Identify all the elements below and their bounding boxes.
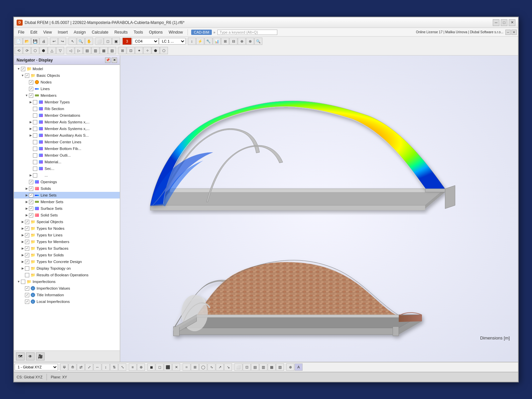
menu-insert[interactable]: Insert	[55, 29, 70, 35]
tb2-5[interactable]: △	[48, 47, 56, 54]
tree-item-special[interactable]: 📁 Special Objects	[14, 218, 120, 225]
cb-imperfections[interactable]	[21, 280, 25, 284]
menu-calculate[interactable]: Calculate	[89, 29, 111, 35]
tb2-3[interactable]: ⬡	[31, 47, 39, 54]
tree-item-title-information[interactable]: i Title Information	[14, 292, 120, 298]
search-box[interactable]: Type a keyword (Alt+Q)	[217, 30, 277, 35]
nav-btn-scene[interactable]: 🗺	[16, 352, 25, 360]
cb-member-sets[interactable]	[29, 200, 33, 204]
tree-item-display-topology[interactable]: 📁 Display Topology on	[14, 265, 120, 272]
tb-zoom[interactable]: 🔍	[77, 38, 85, 45]
cb-more[interactable]	[33, 173, 37, 178]
cb-display-topology[interactable]	[25, 266, 29, 271]
nav-btn-camera[interactable]: 🎥	[36, 352, 45, 360]
btb-25[interactable]: ▦	[268, 363, 276, 371]
tb2-13[interactable]: ⊞	[118, 47, 126, 54]
viewport[interactable]: Dimensions [m]	[120, 56, 518, 362]
tb2-16[interactable]: ✧	[143, 47, 151, 54]
expand-types-surfaces[interactable]	[21, 246, 25, 250]
tree-item-solid-sets[interactable]: Solid Sets	[14, 212, 120, 218]
btb-3[interactable]: ⇄	[77, 363, 85, 371]
expand-display-topology[interactable]	[21, 266, 25, 270]
tb2-11[interactable]: ▦	[100, 47, 108, 54]
tree-item-rib-section[interactable]: Rib Section	[14, 105, 120, 112]
tree-item-results-boolean[interactable]: 📁 Results of Boolean Operations	[14, 272, 120, 278]
btb-11[interactable]: ◼	[147, 363, 155, 371]
expand-member-axis2[interactable]	[29, 127, 33, 131]
cb-rib[interactable]	[33, 107, 37, 111]
tb-view2[interactable]: ◻	[104, 38, 112, 45]
tb-view3[interactable]: ▣	[112, 38, 120, 45]
tb-view1[interactable]: ⬜	[95, 38, 103, 45]
btb-4[interactable]: ⤢	[85, 363, 93, 371]
btb-7[interactable]: ⇅	[110, 363, 118, 371]
tree-item-openings[interactable]: Openings	[14, 179, 120, 185]
nav-btn-eye[interactable]: 👁	[26, 352, 35, 360]
tree-item-solids[interactable]: Solids	[14, 185, 120, 192]
expand-types-concrete[interactable]	[21, 260, 25, 264]
cb-local-imp[interactable]	[25, 300, 29, 304]
cb-imperfection-values[interactable]	[25, 286, 29, 291]
expand-member-aux[interactable]	[29, 133, 33, 137]
tb2-1[interactable]: ⟲	[15, 47, 23, 54]
tb-more-1[interactable]: ↕	[188, 38, 196, 45]
tb2-8[interactable]: ▷	[75, 47, 83, 54]
tb-lc-color[interactable]: 3	[122, 38, 132, 45]
tb-more-2[interactable]: ⚡	[196, 38, 204, 45]
menu-view[interactable]: View	[41, 29, 55, 35]
tb-co4-select[interactable]: CO4	[132, 38, 159, 45]
maximize-button[interactable]: □	[501, 19, 507, 26]
tree-item-members[interactable]: Members	[14, 92, 120, 99]
tb2-14[interactable]: ⊡	[127, 47, 135, 54]
expand-types-solids[interactable]	[21, 253, 25, 257]
tb-print[interactable]: 🖨	[40, 38, 48, 45]
btb-26[interactable]: ▧	[276, 363, 284, 371]
tree-item-nodes[interactable]: Nodes	[14, 79, 120, 85]
cb-member-axis2[interactable]	[33, 127, 37, 131]
tree-item-basic-objects[interactable]: 📁 Basic Objects	[14, 72, 120, 79]
btb-27[interactable]: ⊕	[286, 363, 294, 371]
tb2-10[interactable]: ▥	[91, 47, 99, 54]
btb-28[interactable]: A	[295, 363, 303, 371]
tree-item-surface-sets[interactable]: Surface Sets	[14, 205, 120, 212]
menu-file[interactable]: File	[15, 29, 27, 35]
menu-results[interactable]: Results	[112, 29, 130, 35]
btb-8[interactable]: ⤡	[118, 363, 126, 371]
tb-redo[interactable]: ↪	[58, 38, 66, 45]
expand-solids[interactable]	[25, 187, 29, 191]
tb2-18[interactable]: ⬠	[160, 47, 168, 54]
cb-special[interactable]	[25, 220, 29, 224]
tb2-17[interactable]: ⬟	[152, 47, 160, 54]
cb-basic[interactable]	[25, 73, 29, 78]
btb-21[interactable]: ⬜	[234, 363, 242, 371]
expand-member-axis1[interactable]	[29, 120, 33, 124]
expand-members[interactable]	[25, 93, 29, 97]
tb2-12[interactable]: ▧	[108, 47, 116, 54]
btb-16[interactable]: ⊞	[191, 363, 199, 371]
tree-item-member-axis2[interactable]: Member Axis Systems x,...	[14, 125, 120, 132]
tb-more-5[interactable]: ⊞	[221, 38, 229, 45]
expand-types-lines[interactable]	[21, 233, 25, 237]
expand-member-sets[interactable]	[25, 200, 29, 204]
btb-13[interactable]: ⬛	[164, 363, 172, 371]
tree-item-materials[interactable]: Material...	[14, 159, 120, 165]
tree-item-member-center[interactable]: Member Center Lines	[14, 139, 120, 145]
expand-types-members[interactable]	[21, 240, 25, 244]
tree-item-sections[interactable]: Sec...	[14, 165, 120, 172]
panel-close-btn[interactable]: ✕	[511, 30, 517, 35]
tb-lc1-select[interactable]: LC 1 ...	[159, 38, 186, 45]
btb-12[interactable]: ◻	[156, 363, 164, 371]
cb-member-outline[interactable]	[33, 153, 37, 158]
cb-sections[interactable]	[33, 167, 37, 171]
btb-19[interactable]: ↗	[216, 363, 224, 371]
expand-member-types[interactable]	[29, 100, 33, 104]
btb-6[interactable]: ↕	[102, 363, 110, 371]
tree-item-types-members[interactable]: 📁 Types for Members	[14, 238, 120, 245]
tb-select[interactable]: ↖	[68, 38, 76, 45]
cb-member-aux[interactable]	[33, 133, 37, 138]
cb-model[interactable]	[21, 67, 25, 71]
cb-surface-sets[interactable]	[29, 206, 33, 211]
tb-more-8[interactable]: ⊗	[246, 38, 254, 45]
tree-item-types-surfaces[interactable]: 📁 Types for Surfaces	[14, 245, 120, 252]
btb-10[interactable]: ⊕	[137, 363, 145, 371]
